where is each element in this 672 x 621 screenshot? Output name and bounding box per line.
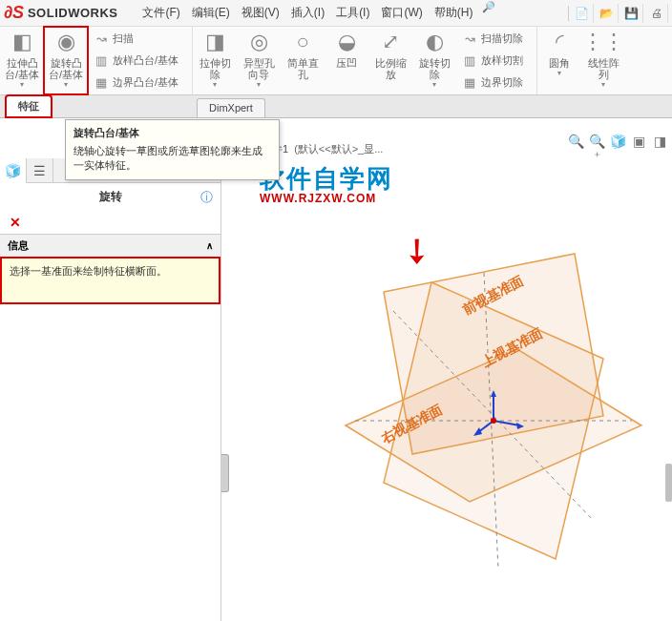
qat-open-icon[interactable]: 📂 [596,4,619,23]
loft-cut-icon: ▥ [462,53,477,69]
revolve-cut-icon: ◐ [421,29,448,55]
revolve-label: 旋转凸台/基体 [46,57,86,80]
dropdown-arrow-icon: ▾ [20,80,24,89]
boundary-label: 边界凸台/基体 [113,75,178,90]
ribbon-boss-stack: ↝扫描 ▥放样凸台/基体 ▦边界凸台/基体 [88,27,184,94]
menu-view[interactable]: 视图(V) [236,1,285,25]
separator [568,6,569,21]
ribbon-sweep-cut[interactable]: ↝扫描切除 [458,30,527,49]
ribbon-sep2 [529,27,537,94]
indent-icon: ◒ [333,29,360,55]
simple-hole-icon: ○ [289,29,316,55]
menu-help[interactable]: 帮助(H) [429,1,479,25]
revolve-icon: ◉ [52,29,79,55]
help-icon[interactable]: ⓘ [200,189,213,206]
dropdown-arrow-icon: ▾ [257,80,261,89]
tab-features[interactable]: 特征 [6,95,52,117]
logo-ds-icon: ∂S [4,3,24,23]
sweep-icon: ↝ [94,31,109,47]
loft-cut-label: 放样切割 [481,53,523,68]
scale-label: 比例缩放 [370,57,410,80]
dropdown-arrow-icon: ▾ [64,80,68,89]
info-message: 选择一基准面来绘制特征横断面。 [0,257,220,304]
menu-file[interactable]: 文件(F) [136,1,185,25]
scrollbar-vertical[interactable] [665,464,672,502]
extrude-icon: ◧ [9,29,35,55]
linear-pattern-label: 线性阵列 [583,57,623,80]
menu-tools[interactable]: 工具(I) [330,1,375,25]
dropdown-arrow-icon: ▾ [213,80,217,89]
dropdown-arrow-icon: ▾ [601,80,605,89]
graphics-viewport[interactable]: 软件自学网 WWW.RJZXW.COM ➘ 前视基准面 上视基准面 右视基准面 [221,158,672,621]
menu-search-icon[interactable]: 🔎 [482,1,495,25]
menu-bar: ∂S SOLIDWORKS 文件(F) 编辑(E) 视图(V) 插入(I) 工具… [0,0,672,27]
ribbon-cut-extrude[interactable]: ◨ 拉伸切除 ▾ [193,27,237,94]
ribbon-toolbar: ◧ 拉伸凸台/基体 ▾ ◉ 旋转凸台/基体 ▾ ↝扫描 ▥放样凸台/基体 ▦边界… [0,27,672,95]
simple-hole-label: 简单直孔 [283,57,323,80]
ribbon-sep [184,27,193,94]
tooltip-revolve: 旋转凸台/基体 绕轴心旋转一草图或所选草图轮廓来生成一实体特征。 [65,119,280,180]
reference-planes: 前视基准面 上视基准面 右视基准面 [326,235,651,578]
chevron-up-icon: ∧ [206,240,213,251]
ribbon-extrude-boss[interactable]: ◧ 拉伸凸台/基体 ▾ [0,27,44,94]
ribbon-indent[interactable]: ◒ 压凹 [325,27,368,94]
watermark-cn: 软件自学网 [260,162,393,196]
sweep-cut-label: 扫描切除 [481,31,523,46]
command-manager-tabs: 特征 草图 评估 评估 DimXpert [0,95,672,118]
ribbon-boundary-cut[interactable]: ▦边界切除 [458,72,527,92]
extrude-label: 拉伸凸台/基体 [2,57,42,80]
menu-items: 文件(F) 编辑(E) 视图(V) 插入(I) 工具(I) 窗口(W) 帮助(H… [136,1,495,25]
flyout-handle[interactable] [221,454,229,492]
doc-state: (默认<<默认>_显... [294,142,383,156]
info-header[interactable]: 信息 ∧ [0,235,220,257]
tooltip-body: 绕轴心旋转一草图或所选草图轮廓来生成一实体特征。 [74,144,271,174]
quick-access-toolbar: 📄 📂 💾 🖨 [568,4,668,23]
sweep-cut-icon: ↝ [462,31,477,47]
ribbon-cut-stack: ↝扫描切除 ▥放样切割 ▦边界切除 [456,27,529,94]
watermark: 软件自学网 WWW.RJZXW.COM [260,162,393,205]
tab-dimxpert[interactable]: DimXpert [197,98,265,117]
origin-point[interactable] [491,418,496,424]
qat-save-icon[interactable]: 💾 [620,4,643,23]
indent-label: 压凹 [336,57,357,69]
scale-icon: ⤢ [377,29,404,55]
qat-new-icon[interactable]: 📄 [571,4,594,23]
ribbon-revolve-cut[interactable]: ◐ 旋转切除 ▾ [412,27,456,94]
logo-text: SOLIDWORKS [28,6,118,20]
ribbon-loft[interactable]: ▥放样凸台/基体 [90,52,182,71]
ribbon-revolve-boss[interactable]: ◉ 旋转凸台/基体 ▾ [44,27,88,94]
dropdown-arrow-icon: ▾ [557,69,561,77]
ribbon-simple-hole[interactable]: ○ 简单直孔 [281,27,325,94]
tooltip-title: 旋转凸台/基体 [74,126,271,140]
info-section: 信息 ∧ 选择一基准面来绘制特征横断面。 [0,234,220,304]
panel-header: 旋转 ⓘ [0,183,220,211]
ribbon-hole-wizard[interactable]: ◎ 异型孔向导 ▾ [237,27,281,94]
ribbon-boundary[interactable]: ▦边界凸台/基体 [90,72,182,92]
loft-icon: ▥ [94,53,109,69]
panel-title: 旋转 [99,189,122,205]
ribbon-fillet[interactable]: ◜ 圆角 ▾ [537,27,581,94]
planes-svg [326,235,651,578]
ribbon-loft-cut[interactable]: ▥放样切割 [458,52,527,71]
qat-print-icon[interactable]: 🖨 [645,4,668,23]
hole-wizard-label: 异型孔向导 [239,57,279,80]
ribbon-linear-pattern[interactable]: ⋮⋮ 线性阵列 ▾ [581,27,625,94]
menu-edit[interactable]: 编辑(E) [186,1,236,25]
boundary-cut-icon: ▦ [462,74,477,90]
cut-extrude-label: 拉伸切除 [195,57,235,80]
cancel-button[interactable]: ✕ [0,211,220,234]
dropdown-arrow-icon: ▾ [432,80,436,89]
ribbon-scale[interactable]: ⤢ 比例缩放 [368,27,412,94]
panel-tab-property[interactable]: ☰ [27,158,53,182]
revolve-cut-label: 旋转切除 [414,57,454,80]
sweep-label: 扫描 [113,31,134,46]
app-logo: ∂S SOLIDWORKS [4,3,117,23]
menu-window[interactable]: 窗口(W) [375,1,428,25]
property-manager: 🧊 ☰ 旋转 ⓘ ✕ 信息 ∧ 选择一基准面来绘制特征横断面。 [0,158,221,621]
boundary-cut-label: 边界切除 [481,75,523,90]
ribbon-sweep[interactable]: ↝扫描 [90,30,182,49]
watermark-en: WWW.RJZXW.COM [260,192,393,205]
loft-label: 放样凸台/基体 [113,53,178,68]
panel-tab-feature-tree[interactable]: 🧊 [0,158,27,183]
menu-insert[interactable]: 插入(I) [285,1,330,25]
